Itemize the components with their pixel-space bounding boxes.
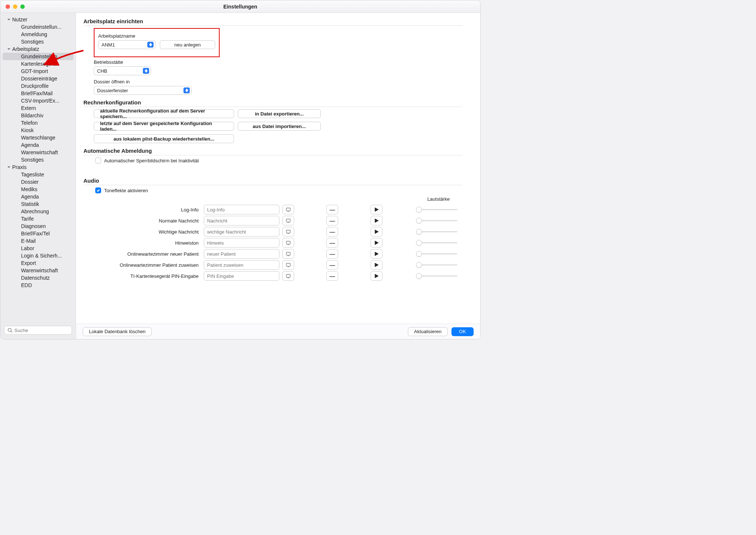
sidebar-item[interactable]: Agenda [3,141,73,149]
sidebar-item[interactable]: Export [3,259,73,267]
sidebar-group-header[interactable]: Nutzer [0,16,76,23]
auto-lock-checkbox[interactable] [95,158,101,163]
save-config-button[interactable]: aktuelle Rechnerkonfiguration auf dem Se… [94,109,234,118]
load-config-button[interactable]: letzte auf dem Server gespeicherte Konfi… [94,122,234,131]
audio-file-input[interactable] [204,249,279,259]
browse-file-button[interactable] [282,271,294,281]
sidebar-group-header[interactable]: Arbeitsplatz [0,45,76,53]
import-config-button[interactable]: aus Datei importieren... [238,122,321,131]
new-workstation-button[interactable]: neu anlegen [160,40,215,49]
clear-local-db-button[interactable]: Lokale Datenbank löschen [83,327,152,336]
audio-row: Onlinewartezimmer neuer Patient— [94,249,463,259]
clear-file-button[interactable]: — [326,227,338,237]
sidebar-item[interactable]: Sonstiges [3,156,73,163]
audio-row-label: Normale Nachricht [94,218,201,224]
sidebar-item[interactable]: Grundeinstellun... [3,23,73,31]
play-button[interactable] [371,227,382,237]
main-scroll[interactable]: Arbeitsplatz einrichten Arbeitsplatzname… [76,13,480,324]
zoom-window-button[interactable] [20,4,25,9]
volume-slider[interactable] [415,251,459,257]
sidebar-item[interactable]: Diagnosen [3,222,73,230]
workstation-name-select[interactable]: ANM1 [98,40,155,49]
search-input-container[interactable] [4,326,72,335]
sidebar-item[interactable]: Login & Sicherh... [3,252,73,259]
play-button[interactable] [371,271,382,281]
clear-file-button[interactable]: — [326,216,338,225]
sidebar-group-header[interactable]: Praxis [0,163,76,171]
sidebar-item[interactable]: E-Mail [3,237,73,245]
sidebar-item[interactable]: Mediks [3,186,73,193]
volume-slider[interactable] [415,239,459,246]
clear-file-button[interactable]: — [326,205,338,214]
footer: Lokale Datenbank löschen Aktualisieren O… [76,324,480,339]
sidebar-item[interactable]: Dossier [3,178,73,186]
sound-effects-checkbox[interactable] [95,187,101,193]
sidebar-item[interactable]: Warenwirtschaft [3,149,73,156]
play-button[interactable] [371,205,382,214]
sidebar-group-label: Arbeitsplatz [12,46,39,52]
open-select[interactable]: Dossierfenster [94,86,192,95]
volume-slider[interactable] [415,273,459,279]
play-button[interactable] [371,249,382,259]
browse-file-button[interactable] [282,249,294,259]
sidebar-item[interactable]: Agenda [3,193,73,200]
export-config-button[interactable]: in Datei exportieren... [238,109,321,118]
sidebar-item[interactable]: Kiosk [3,127,73,134]
volume-slider[interactable] [415,206,459,213]
clear-file-button[interactable]: — [326,271,338,281]
sidebar-item[interactable]: Brief/Fax/Mail [3,90,73,97]
search-input[interactable] [14,328,76,333]
sidebar-item[interactable]: Statistik [3,200,73,208]
clear-file-button[interactable]: — [326,260,338,270]
sidebar-item[interactable]: GDT-Import [3,68,73,75]
play-button[interactable] [371,216,382,225]
volume-slider[interactable] [415,217,459,224]
sidebar-item[interactable]: Bildarchiv [3,112,73,119]
sidebar-item[interactable]: Abrechnung [3,208,73,215]
chevron-down-icon [7,165,11,169]
sidebar-item[interactable]: Sonstiges [3,38,73,45]
browse-file-button[interactable] [282,260,294,270]
sidebar-item[interactable]: Telefon [3,119,73,127]
ok-button[interactable]: OK [451,327,474,336]
site-select[interactable]: CHB [94,66,151,75]
sidebar-item[interactable]: Tagesliste [3,171,73,178]
browse-file-button[interactable] [282,205,294,214]
minimize-window-button[interactable] [13,4,17,9]
sidebar-item[interactable]: Datenschutz [3,274,73,282]
plist-restore-button[interactable]: aus lokalem plist-Backup wiederherstelle… [94,134,234,143]
sidebar-item[interactable]: Anmeldung [3,31,73,38]
sidebar-item[interactable]: Warteschlange [3,134,73,141]
audio-file-input[interactable] [204,238,279,248]
popup-arrow-icon [183,87,190,93]
sidebar-list[interactable]: NutzerGrundeinstellun...AnmeldungSonstig… [0,13,76,322]
audio-file-input[interactable] [204,205,279,214]
volume-slider[interactable] [415,262,459,268]
sidebar-item[interactable]: Warenwirtschaft [3,267,73,274]
sidebar-item[interactable]: CSV-Import/Ex... [3,97,73,104]
sidebar-item[interactable]: Dossiereinträge [3,75,73,82]
sidebar-item[interactable]: Tarife [3,215,73,222]
close-window-button[interactable] [6,4,10,9]
audio-row: Wichtige Nachricht— [94,227,463,237]
clear-file-button[interactable]: — [326,238,338,248]
browse-file-button[interactable] [282,216,294,225]
audio-file-input[interactable] [204,227,279,237]
sidebar-item[interactable]: Labor [3,245,73,252]
sidebar-item[interactable]: Kartenlesegerät [3,60,73,68]
sidebar-item[interactable]: EDD [3,282,73,289]
sidebar-item[interactable]: Extern [3,104,73,112]
refresh-button[interactable]: Aktualisieren [408,327,448,336]
audio-file-input[interactable] [204,216,279,225]
volume-slider[interactable] [415,228,459,235]
browse-file-button[interactable] [282,238,294,248]
browse-file-button[interactable] [282,227,294,237]
audio-file-input[interactable] [204,260,279,270]
sidebar-item[interactable]: Grundeinstellun... [3,53,73,60]
play-button[interactable] [371,260,382,270]
clear-file-button[interactable]: — [326,249,338,259]
sidebar-item[interactable]: Brief/Fax/Tel [3,230,73,237]
audio-file-input[interactable] [204,271,279,281]
sidebar-item[interactable]: Druckprofile [3,82,73,90]
play-button[interactable] [371,238,382,248]
